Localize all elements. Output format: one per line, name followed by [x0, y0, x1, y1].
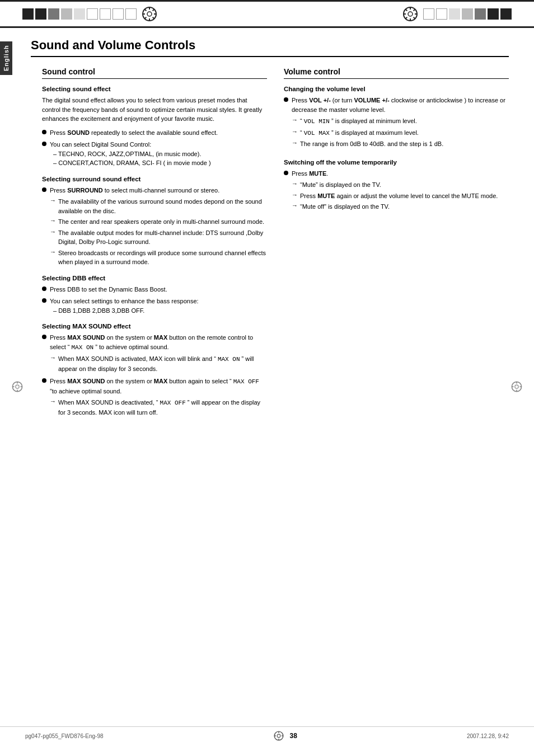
footer-left: pg047-pg055_FWD876-Eng-98 — [25, 733, 104, 739]
bullet-dot-max-2 — [42, 378, 46, 383]
r-block-4 — [462, 8, 473, 20]
bullet-max-text-1: Press MAX SOUND on the system or MAX but… — [50, 333, 267, 352]
page-container: English Sound and Volume Controls Sound … — [0, 32, 534, 428]
max-arrow-1: → When MAX SOUND is activated, MAX icon … — [50, 354, 267, 373]
arrow-surround-2: → The center and rear speakers operate o… — [50, 217, 267, 227]
mute-subsection: Switching off the volume temporarily Pre… — [284, 159, 509, 212]
svg-line-8 — [153, 10, 154, 11]
arrow-icon-mute-2: → — [292, 191, 298, 198]
bullet-dot — [42, 130, 46, 134]
bullet-dot-dbb-2 — [42, 298, 46, 303]
bullet-sound-1: Press SOUND repeatedly to select the ava… — [42, 128, 267, 138]
surround-subsection: Selecting surround sound effect Press SU… — [42, 176, 267, 267]
bullet-max-2: Press MAX SOUND on the system or MAX but… — [42, 377, 267, 396]
left-column: Sound control Selecting sound effect The… — [42, 67, 267, 417]
svg-line-6 — [145, 10, 147, 11]
surround-title: Selecting surround sound effect — [42, 176, 267, 182]
max-arrow-2: → When MAX SOUND is deactivated, “ MAX O… — [50, 398, 267, 417]
bullet-dot-vol — [284, 97, 288, 102]
arrow-text-1: The availability of the various surround… — [58, 197, 267, 215]
dbb-subsection: Selecting DBB effect Press DBB to set th… — [42, 275, 267, 316]
page-title-container: Sound and Volume Controls — [31, 38, 509, 57]
language-sidebar: English — [0, 41, 12, 75]
bullet-max-text-2: Press MAX SOUND on the system or MAX but… — [50, 377, 267, 396]
r-block-3 — [449, 8, 460, 20]
bullet-max-1: Press MAX SOUND on the system or MAX but… — [42, 333, 267, 352]
arrow-icon-vol-3: → — [292, 139, 298, 146]
svg-point-27 — [16, 385, 19, 388]
block-8 — [113, 8, 124, 20]
bullet-sound-2: You can select Digital Sound Control: – … — [42, 140, 267, 168]
arrow-icon-max-1: → — [50, 354, 56, 361]
dbb-title: Selecting DBB effect — [42, 275, 267, 281]
bullet-vol-text: Press VOL +/- (or turn VOLUME +/- clockw… — [292, 96, 509, 114]
maxsound-subsection: Selecting MAX SOUND effect Press MAX SOU… — [42, 323, 267, 417]
volume-level-title: Changing the volume level — [284, 86, 509, 92]
vol-arrows: → “ VOL MIN ” is displayed at minimum le… — [292, 116, 509, 149]
svg-line-18 — [414, 10, 415, 11]
bullet-mute-text: Press MUTE. — [292, 169, 328, 179]
footer: pg047-pg055_FWD876-Eng-98 38 2007.12.28,… — [0, 726, 534, 745]
svg-point-21 — [277, 734, 280, 738]
r-block-6 — [488, 8, 499, 20]
bullet-text-2: You can select Digital Sound Control: – … — [50, 140, 211, 168]
maxsound-title: Selecting MAX SOUND effect — [42, 323, 267, 330]
arrow-surround-4: → Stereo broadcasts or recordings will p… — [50, 248, 267, 267]
bullet-dbb-text-1: Press DBB to set the Dynamic Bass Boost. — [50, 285, 167, 294]
arrow-text-4: Stereo broadcasts or recordings will pro… — [58, 248, 267, 267]
gear-icon-right — [402, 6, 418, 22]
arrow-icon-max-2: → — [50, 398, 56, 405]
arrow-icon-vol-2: → — [292, 128, 298, 135]
block-5 — [74, 8, 85, 20]
bullet-dbb-text-2: You can select settings to enhance the b… — [50, 297, 199, 315]
footer-right: 2007.12.28, 9:42 — [467, 733, 509, 739]
arrow-vol-2: → “ VOL MAX ” is displayed at maximum le… — [292, 128, 509, 138]
arrow-vol-3: → The range is from 0dB to 40dB. and the… — [292, 139, 509, 149]
block-2 — [35, 8, 46, 20]
content-columns: Sound control Selecting sound effect The… — [31, 67, 509, 417]
arrow-text-mute-2: Press MUTE again or adjust the volume le… — [300, 191, 498, 201]
arrow-mute-3: → “Mute off” is displayed on the TV. — [292, 202, 509, 212]
arrow-text-2: The center and rear speakers operate onl… — [58, 217, 264, 227]
header-decoration — [0, 0, 534, 28]
r-block-1 — [423, 8, 434, 20]
gear-icon-footer — [273, 730, 284, 741]
arrow-text-vol-2: “ VOL MAX ” is displayed at maximum leve… — [300, 128, 419, 138]
r-block-5 — [475, 8, 486, 20]
sound-effect-subsection: Selecting sound effect The digital sound… — [42, 86, 267, 168]
svg-line-7 — [153, 17, 154, 19]
bullet-mute-1: Press MUTE. — [284, 169, 509, 179]
svg-point-33 — [515, 385, 518, 388]
left-section-title: Sound control — [42, 67, 267, 79]
block-4 — [61, 8, 72, 20]
bullet-dot-surround — [42, 187, 46, 192]
bullet-dot-dbb-1 — [42, 287, 46, 291]
footer-center: 38 — [273, 730, 297, 741]
right-pattern — [402, 6, 512, 22]
bullet-surround-text: Press SURROUND to select multi-channel s… — [50, 186, 219, 195]
r-block-2 — [436, 8, 447, 20]
gear-icon-left — [142, 6, 157, 22]
bullet-dot-max-1 — [42, 335, 46, 339]
arrow-text-3: The available output modes for multi-cha… — [58, 228, 267, 247]
bullet-dot-2 — [42, 142, 46, 146]
r-block-7 — [500, 8, 512, 20]
page-title: Sound and Volume Controls — [31, 38, 509, 53]
block-6 — [87, 8, 98, 20]
page-number: 38 — [290, 732, 297, 740]
bullet-dot-mute — [284, 171, 288, 175]
right-section-title: Volume control — [284, 67, 509, 79]
block-3 — [48, 8, 59, 20]
arrow-icon-4: → — [50, 248, 56, 255]
arrow-icon-1: → — [50, 197, 56, 204]
left-pattern — [22, 6, 157, 22]
block-1 — [22, 8, 34, 20]
block-9 — [125, 8, 137, 20]
arrow-text-vol-1: “ VOL MIN ” is displayed at minimum leve… — [300, 116, 417, 126]
arrow-icon-vol-1: → — [292, 116, 298, 123]
block-7 — [100, 8, 111, 20]
arrow-text-mute-3: “Mute off” is displayed on the TV. — [300, 202, 390, 212]
bullet-vol-1: Press VOL +/- (or turn VOLUME +/- clockw… — [284, 96, 509, 114]
arrow-text-max-1: When MAX SOUND is activated, MAX icon wi… — [58, 354, 267, 373]
surround-arrows: → The availability of the various surrou… — [50, 197, 267, 267]
